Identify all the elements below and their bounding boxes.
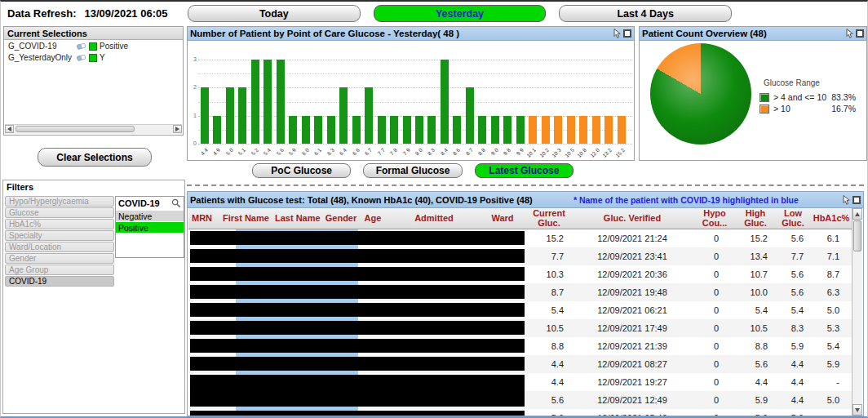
- table-row[interactable]: 5.412/09/2021 06:2105.45.45.0: [188, 301, 852, 319]
- bar-5-6[interactable]: [277, 60, 285, 144]
- cell: 8.7: [526, 283, 572, 301]
- bar-8-7[interactable]: [466, 87, 474, 144]
- bar-5-0[interactable]: [226, 87, 234, 144]
- bar-5-9[interactable]: [289, 116, 297, 144]
- bar-9-8[interactable]: [503, 116, 512, 144]
- maximize-icon[interactable]: [623, 29, 631, 38]
- table-row[interactable]: 4.412/09/2021 08:2705.64.45.9: [188, 355, 852, 373]
- bar-6-1[interactable]: [314, 116, 322, 144]
- bar-9-9[interactable]: [516, 116, 525, 144]
- table-row[interactable]: 15.212/09/2021 21:24015.25.66.1: [188, 229, 852, 247]
- column-header-gender[interactable]: Gender: [326, 208, 356, 229]
- bar-5-1[interactable]: [238, 87, 246, 144]
- clear-selections-button[interactable]: Clear Selections: [38, 148, 152, 167]
- column-header-hba1c[interactable]: HbA1c%: [812, 208, 851, 229]
- bar-4-9[interactable]: [213, 116, 221, 144]
- column-header-last-name[interactable]: Last Name: [272, 208, 326, 229]
- scroll-right-icon[interactable]: [173, 125, 182, 133]
- time-button-last-4-days[interactable]: Last 4 Days: [559, 5, 732, 22]
- bar-9-0[interactable]: [491, 116, 499, 144]
- column-header-high[interactable]: HighGluc.: [737, 208, 774, 229]
- table-row[interactable]: 8.812/09/2021 21:3908.85.95.4: [188, 337, 852, 355]
- maximize-icon[interactable]: [852, 196, 861, 204]
- bar-8-8[interactable]: [478, 116, 486, 144]
- bar-10-5[interactable]: [567, 116, 575, 144]
- search-icon[interactable]: [171, 198, 181, 208]
- table-row[interactable]: 8.712/09/2021 19:48010.05.66.3: [188, 283, 852, 301]
- bar-7-8[interactable]: [390, 116, 398, 144]
- bar-12-0[interactable]: [592, 116, 600, 144]
- bar-10-8[interactable]: [579, 116, 587, 144]
- filter-item-gender[interactable]: Gender: [5, 253, 114, 264]
- column-header-age[interactable]: Age: [356, 208, 389, 229]
- glucose-range-pie[interactable]: [650, 43, 751, 145]
- filter-item-age-group[interactable]: Age Group: [5, 265, 114, 275]
- column-header-mrn[interactable]: MRN: [188, 208, 219, 229]
- vertical-scrollbar[interactable]: [852, 208, 862, 416]
- quick-select-arrow-icon[interactable]: [612, 29, 621, 38]
- filter-item-covid-19[interactable]: COVID-19: [5, 276, 114, 287]
- glucose-button-poc-glucose[interactable]: PoC Glucose: [252, 163, 351, 178]
- cell: [479, 337, 526, 355]
- quick-select-arrow-icon[interactable]: [841, 195, 850, 205]
- column-header-first-name[interactable]: First Name: [219, 208, 272, 229]
- bar-7-9[interactable]: [403, 116, 411, 144]
- table-row[interactable]: 7.712/09/2021 23:41013.47.77.1: [188, 247, 852, 265]
- column-header-ward[interactable]: Ward: [479, 208, 526, 229]
- scroll-up-icon[interactable]: [852, 208, 862, 220]
- table-row[interactable]: 10.512/09/2021 17:49010.58.35.3: [188, 319, 852, 337]
- column-header-current[interactable]: CurrentGluc.: [526, 208, 572, 229]
- bar-6-6[interactable]: [352, 116, 361, 144]
- bar-6-3[interactable]: [327, 116, 335, 144]
- glucose-button-formal-glucose[interactable]: Formal Glucose: [363, 163, 462, 178]
- filter-item-glucose[interactable]: Glucose: [5, 207, 114, 218]
- column-header-line1: Last Name: [275, 214, 321, 224]
- scroll-down-icon[interactable]: [852, 404, 862, 416]
- table-row[interactable]: 5.612/09/2021 12:4905.94.45.0: [188, 391, 852, 409]
- time-button-today[interactable]: Today: [188, 5, 361, 22]
- covid-option-positive[interactable]: Positive: [116, 222, 184, 233]
- time-button-yesterday[interactable]: Yesterday: [374, 5, 547, 22]
- legend-row-4-and-10[interactable]: > 4 and <= 1083.3%: [760, 91, 856, 103]
- glucose-button-latest-glucose[interactable]: Latest Glucose: [475, 163, 574, 178]
- bar-10-1[interactable]: [529, 116, 537, 144]
- bar-10-3[interactable]: [554, 116, 562, 144]
- bar-8-6[interactable]: [453, 116, 461, 144]
- column-header-admitted[interactable]: Admitted: [389, 208, 479, 229]
- horizontal-scrollbar[interactable]: [5, 124, 182, 134]
- bar-10-2[interactable]: [542, 116, 550, 144]
- bar-8-0[interactable]: [415, 116, 423, 144]
- filter-item-hypo-hyperglycaemia[interactable]: Hypo/Hyperglycaemia: [5, 196, 114, 207]
- bar-5-2[interactable]: [251, 60, 259, 144]
- column-header-hypo[interactable]: HypoCou...: [693, 208, 737, 229]
- scrollbar-thumb[interactable]: [853, 220, 861, 251]
- bar-13-2[interactable]: [604, 116, 613, 144]
- column-header-gluc-verified[interactable]: Gluc. Verified: [572, 208, 693, 229]
- column-header-line1: Ward: [491, 214, 513, 224]
- bar-7-7[interactable]: [378, 116, 386, 144]
- eraser-icon[interactable]: [77, 54, 86, 62]
- filter-item-ward-location[interactable]: Ward/Location: [5, 242, 114, 252]
- maximize-icon[interactable]: [856, 29, 864, 38]
- bar-4-4[interactable]: [201, 87, 209, 144]
- quick-select-arrow-icon[interactable]: [844, 29, 853, 38]
- table-row[interactable]: 4.412/09/2021 19:2704.44.4-: [188, 373, 852, 391]
- scrollbar-thumb[interactable]: [16, 126, 135, 132]
- filter-item-hba1c[interactable]: HbA1c%: [5, 219, 114, 229]
- column-header-line1: Gender: [326, 214, 357, 224]
- filter-item-specialty[interactable]: Specialty: [5, 230, 114, 241]
- scroll-left-icon[interactable]: [5, 125, 14, 133]
- covid-option-negative[interactable]: Negative: [116, 211, 184, 221]
- bar-5-4[interactable]: [264, 60, 272, 144]
- bar-8-3[interactable]: [427, 116, 436, 144]
- bar-15-2[interactable]: [618, 116, 626, 144]
- bar-6-0[interactable]: [302, 116, 310, 144]
- bar-8-4[interactable]: [441, 60, 449, 144]
- column-header-low[interactable]: LowGluc.: [774, 208, 812, 229]
- legend-row-10[interactable]: > 1016.7%: [760, 103, 856, 114]
- table-row[interactable]: 10.312/09/2021 20:36010.75.68.7: [188, 265, 852, 283]
- bar-6-4[interactable]: [339, 87, 348, 144]
- table-row[interactable]: 5.012/09/2021 05:4005.05.0: [188, 409, 852, 416]
- eraser-icon[interactable]: [77, 42, 86, 51]
- bar-6-7[interactable]: [365, 87, 373, 144]
